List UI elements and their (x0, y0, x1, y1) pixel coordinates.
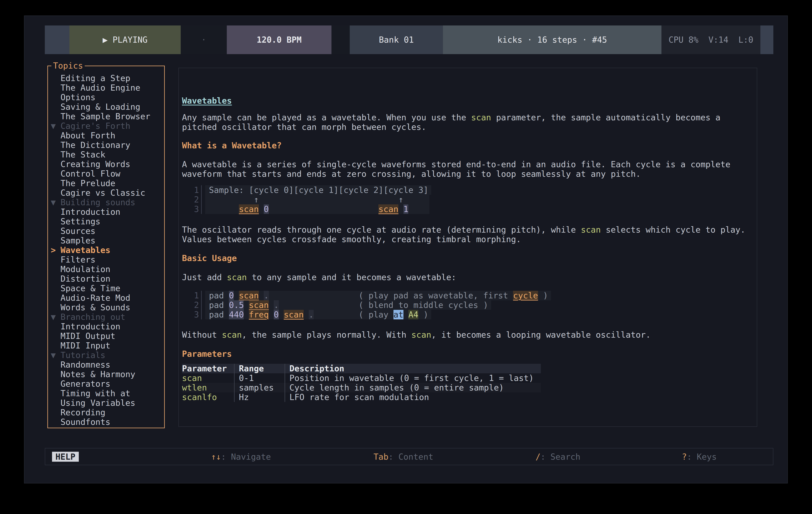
sidebar-item[interactable]: The Dictionary (48, 140, 164, 150)
text-segment (398, 204, 403, 214)
sidebar-item[interactable]: The Prelude (48, 179, 164, 188)
sidebar-item[interactable]: About Forth (48, 131, 164, 140)
table-header-cell: Parameter (182, 364, 234, 373)
bank-display[interactable]: Bank 01 (350, 26, 443, 54)
sidebar-category[interactable]: ▼Tutorials (48, 351, 164, 360)
sidebar-item[interactable]: Modulation (48, 265, 164, 274)
sidebar-item[interactable]: Filters (48, 255, 164, 265)
text-segment (259, 291, 264, 300)
sidebar-item[interactable]: Control Flow (48, 169, 164, 179)
text-segment: ↑ ↑ (209, 195, 403, 204)
sidebar-item-label: Options (60, 93, 95, 102)
text-segment: A4 (408, 310, 418, 320)
sidebar-item-label: Using Variables (60, 398, 135, 408)
sidebar-item[interactable]: Using Variables (48, 398, 164, 408)
collapse-triangle-icon: ▼ (51, 312, 56, 322)
text-segment: 0 (274, 310, 279, 320)
sidebar-item-label: Control Flow (60, 169, 120, 179)
keyhint-label: : Content (388, 452, 433, 461)
transport-status[interactable]: ▶ PLAYING (69, 26, 181, 54)
text-segment: , the sample plays normally. With (242, 330, 411, 339)
sidebar-item-label: Settings (60, 217, 100, 226)
sidebar-item[interactable]: The Sample Browser (48, 112, 164, 121)
sidebar-item[interactable]: Introduction (48, 322, 164, 331)
sidebar-item[interactable]: The Stack (48, 150, 164, 159)
text-segment: scan (239, 291, 259, 300)
table-cell: scan (182, 373, 234, 383)
table-cell: Position in wavetable (0 = first cycle, … (285, 373, 541, 383)
text-segment: scan (411, 330, 431, 339)
text-segment: Just add (182, 272, 227, 282)
topics-panel: Topics Editing a StepThe Audio EngineOpt… (47, 66, 165, 428)
code-line: scan 0 scan 1 (205, 204, 429, 214)
section-heading: Parameters (182, 349, 232, 359)
sidebar-item[interactable]: Recording (48, 408, 164, 417)
sidebar-item[interactable]: Generators (48, 379, 164, 389)
sidebar-item-label: The Dictionary (60, 140, 130, 150)
section-heading: Basic Usage (182, 253, 237, 263)
help-mode-badge: HELP (52, 452, 79, 461)
sidebar-item[interactable]: Words & Sounds (48, 303, 164, 312)
sidebar-item[interactable]: MIDI Output (48, 331, 164, 341)
sidebar-item-label: Audio-Rate Mod (60, 293, 130, 303)
sidebar-item-selected[interactable]: >Wavetables (48, 245, 164, 255)
paragraph-line: waveform that starts and ends at zero cr… (182, 169, 641, 179)
sidebar-category[interactable]: ▼Branching out (48, 312, 164, 322)
sidebar-item-label: Recording (60, 408, 105, 417)
code-row: 1pad 0 scan . ( play pad as wavetable, f… (191, 291, 551, 300)
sidebar-category[interactable]: ▼Cagire's Forth (48, 121, 164, 131)
sidebar-item-label: The Stack (60, 150, 105, 159)
text-segment: scan (222, 330, 242, 339)
gutter-separator (199, 185, 202, 195)
collapse-triangle-icon: ▼ (51, 198, 56, 207)
text-segment: . (274, 300, 279, 310)
sidebar-item[interactable]: Cagire vs Classic (48, 188, 164, 198)
sidebar-item[interactable]: MIDI Input (48, 341, 164, 351)
code-row: 3 scan 0 scan 1 (191, 204, 431, 214)
sidebar-item[interactable]: Notes & Harmony (48, 369, 164, 379)
text-segment (403, 310, 408, 320)
sidebar-item[interactable]: Editing a Step (48, 73, 164, 83)
sidebar-item[interactable]: Introduction (48, 207, 164, 217)
gutter-separator (199, 195, 202, 204)
sidebar-item-label: MIDI Input (60, 341, 110, 351)
sidebar-item[interactable]: Randomness (48, 360, 164, 369)
text-segment: ( blend to middle cycles ) (358, 300, 488, 310)
code-row: 3pad 440 freq 0 scan . ( play at A4 ) (191, 310, 551, 320)
text-segment (234, 291, 239, 300)
table-cell: 0-1 (234, 373, 285, 383)
table-cell: samples (234, 383, 285, 392)
text-segment: 0 (264, 204, 269, 214)
sidebar-category[interactable]: ▼Building sounds (48, 198, 164, 207)
sidebar-item[interactable]: Sources (48, 226, 164, 236)
sidebar-item-label: Sources (60, 226, 95, 236)
code-line: pad 440 freq 0 scan . ( play at A4 ) (205, 310, 431, 320)
sidebar-item[interactable]: Settings (48, 217, 164, 226)
text-segment: ( play pad as wavetable, first (358, 291, 513, 300)
sidebar-item[interactable]: Soundfonts (48, 417, 164, 427)
sidebar-item[interactable]: Distortion (48, 274, 164, 283)
sidebar-item[interactable]: Samples (48, 236, 164, 245)
text-segment: to any sample and it becomes a wavetable… (247, 272, 456, 282)
bpm-display[interactable]: 120.0 BPM (227, 26, 331, 54)
sidebar-item-label: Distortion (60, 274, 110, 283)
table-row: scan0-1Position in wavetable (0 = first … (182, 373, 541, 383)
text-segment: The oscillator reads through one cycle a… (182, 225, 581, 235)
paragraph-line: Without scan, the sample plays normally.… (182, 330, 650, 339)
keyhint-key: / (535, 452, 541, 461)
sidebar-item[interactable]: Creating Words (48, 159, 164, 169)
paragraph-line: Any sample can be played as a wavetable.… (182, 113, 721, 122)
sidebar-item[interactable]: Options (48, 93, 164, 102)
text-segment (279, 310, 284, 320)
pattern-display[interactable]: kicks · 16 steps · #45 (443, 26, 662, 54)
sidebar-item[interactable]: The Audio Engine (48, 83, 164, 93)
text-segment (303, 310, 309, 320)
sidebar-item[interactable]: Audio-Rate Mod (48, 293, 164, 303)
sidebar-item[interactable]: Timing with at (48, 389, 164, 398)
code-line: pad 0.5 scan . ( blend to middle cycles … (205, 300, 491, 310)
gutter-separator (199, 204, 202, 214)
text-segment: pitched oscillator that can morph betwee… (182, 122, 426, 132)
line-number: 2 (191, 195, 199, 204)
sidebar-item[interactable]: Saving & Loading (48, 102, 164, 112)
sidebar-item[interactable]: Space & Time (48, 283, 164, 293)
